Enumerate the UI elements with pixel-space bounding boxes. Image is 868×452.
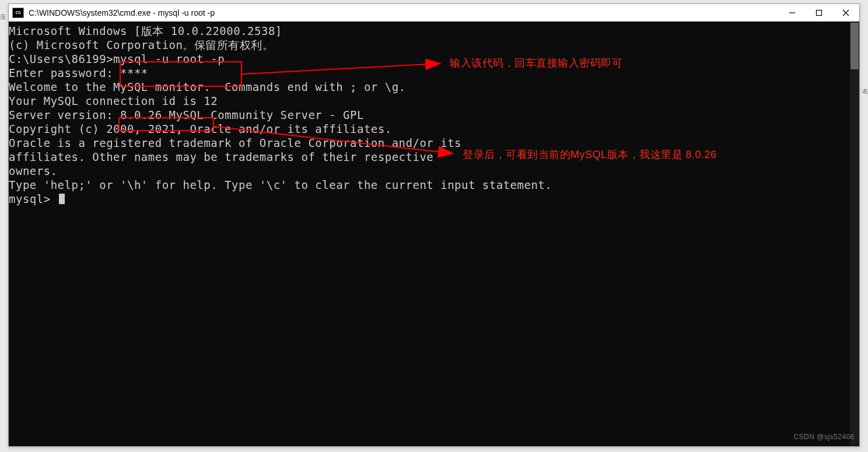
console-line: Enter password: ****: [9, 66, 859, 80]
console-line: Type 'help;' or '\h' for help. Type '\c'…: [9, 178, 859, 192]
minimize-button[interactable]: [779, 4, 806, 21]
cmd-window: C:\. C:\WINDOWS\system32\cmd.exe - mysql…: [8, 3, 860, 447]
console-line: Welcome to the MySQL monitor. Commands e…: [9, 80, 859, 94]
close-button[interactable]: [832, 4, 859, 21]
window-title: C:\WINDOWS\system32\cmd.exe - mysql -u r…: [29, 8, 779, 17]
console-line: (c) Microsoft Corporation。保留所有权利。: [9, 38, 859, 52]
titlebar[interactable]: C:\. C:\WINDOWS\system32\cmd.exe - mysql…: [9, 4, 859, 22]
console-line: affiliates. Other names may be trademark…: [9, 150, 859, 164]
bg-fragment: 表: [862, 87, 868, 96]
watermark-text: CSDN @sjs52406: [793, 430, 855, 444]
cmd-icon: C:\.: [12, 8, 24, 18]
console-line: Oracle is a registered trademark of Orac…: [9, 136, 859, 150]
console-line: Microsoft Windows [版本 10.0.22000.2538]: [9, 24, 859, 38]
scrollbar-thumb[interactable]: [850, 23, 859, 69]
console-line: Copyright (c) 2000, 2021, Oracle and/or …: [9, 122, 859, 136]
console-area[interactable]: Microsoft Windows [版本 10.0.22000.2538] (…: [9, 22, 859, 446]
cursor-icon: [59, 194, 65, 204]
console-line: Your MySQL connection id is 12: [9, 94, 859, 108]
window-controls: [779, 4, 859, 21]
bg-fragment: 连: [0, 13, 6, 21]
console-line: owners.: [9, 164, 859, 178]
console-mysql-prompt: mysql>: [9, 192, 859, 206]
maximize-button[interactable]: [806, 4, 832, 21]
scrollbar-track[interactable]: [850, 22, 859, 446]
console-line: Server version: 8.0.26 MySQL Community S…: [9, 108, 859, 122]
console-line-prompt: C:\Users\86199>mysql -u root -p: [9, 52, 859, 66]
svg-rect-1: [817, 10, 822, 15]
